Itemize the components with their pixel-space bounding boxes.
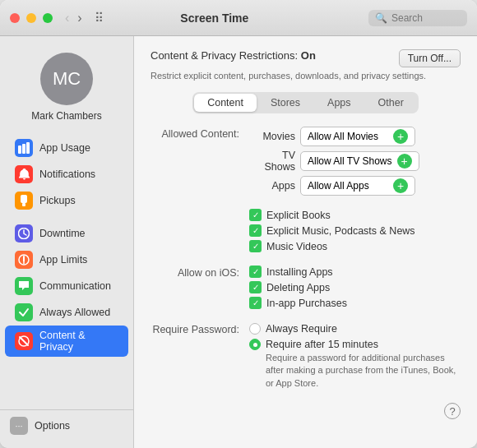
downtime-icon [15, 224, 33, 242]
window-controls [10, 13, 53, 23]
explicit-music-label: Explicit Music, Podcasts & News [266, 225, 415, 237]
music-videos-label: Music Videos [266, 241, 327, 252]
profile-name: Mark Chambers [31, 110, 101, 122]
sidebar-label-always-allowed: Always Allowed [39, 307, 110, 318]
close-button[interactable] [10, 13, 20, 23]
tvshows-label: TV Shows [249, 150, 295, 173]
sidebar-label-downtime: Downtime [39, 228, 86, 239]
svg-rect-4 [22, 203, 25, 206]
window-title: Screen Time [61, 12, 368, 25]
apps-row: Apps Allow All Apps + [249, 176, 461, 196]
sidebar-label-pickups: Pickups [39, 195, 76, 206]
allow-ios-section: Allow on iOS: ✓ Installing Apps ✓ Deleti… [151, 266, 461, 312]
tvshows-row: TV Shows Allow All TV Shows + [249, 150, 461, 173]
sidebar-item-content-privacy[interactable]: Content & Privacy [5, 326, 128, 357]
title-bar: ‹ › ⠿ Screen Time 🔍 [0, 0, 477, 36]
sidebar-label-communication: Communication [39, 280, 111, 292]
profile-area: MC Mark Chambers [0, 46, 133, 135]
require-15min-radio[interactable] [249, 339, 261, 350]
svg-rect-0 [18, 145, 21, 154]
tab-apps[interactable]: Apps [314, 94, 364, 112]
tvshows-value: Allow All TV Shows [308, 155, 392, 167]
movies-dropdown[interactable]: Allow All Movies + [300, 127, 415, 146]
deleting-apps-label: Deleting Apps [266, 282, 330, 293]
deleting-apps-checkbox[interactable]: ✓ [249, 281, 262, 293]
sidebar-item-downtime[interactable]: Downtime [5, 220, 128, 247]
main-content: MC Mark Chambers App Usage Notifications [0, 36, 477, 448]
sidebar-label-notifications: Notifications [39, 169, 95, 180]
in-app-purchases-checkbox[interactable]: ✓ [249, 297, 262, 309]
sidebar-item-notifications[interactable]: Notifications [5, 161, 128, 187]
tab-content[interactable]: Content [194, 94, 257, 112]
search-box[interactable]: 🔍 [368, 10, 467, 26]
sidebar-footer: ··· Options [0, 409, 133, 441]
explicit-music-checkbox[interactable]: ✓ [249, 224, 262, 237]
tab-other[interactable]: Other [365, 94, 417, 112]
sidebar-item-pickups[interactable]: Pickups [5, 187, 128, 214]
minimize-button[interactable] [26, 13, 36, 23]
music-videos-row: ✓ Music Videos [249, 240, 461, 252]
help-icon[interactable]: ? [444, 403, 461, 419]
always-require-row: Always Require [249, 322, 461, 335]
require-15min-label: Require after 15 minutes [266, 339, 378, 350]
apps-dropdown[interactable]: Allow All Apps + [300, 176, 415, 196]
turn-off-button[interactable]: Turn Off... [399, 49, 461, 67]
require-password-body: Always Require Require after 15 minutes … [249, 322, 461, 393]
allowed-content-section: Allowed Content: Movies Allow All Movies… [151, 127, 461, 199]
deleting-apps-row: ✓ Deleting Apps [249, 281, 461, 293]
allowed-content-body: Movies Allow All Movies + TV Shows Allow… [249, 127, 461, 199]
sidebar-label-app-limits: App Limits [39, 254, 87, 266]
apps-value: Allow All Apps [308, 180, 369, 192]
sidebar-item-communication[interactable]: Communication [5, 273, 128, 299]
apps-plus-icon: + [393, 178, 408, 193]
sidebar-item-app-limits[interactable]: App Limits [5, 247, 128, 273]
installing-apps-checkbox[interactable]: ✓ [249, 266, 262, 278]
movies-row: Movies Allow All Movies + [249, 127, 461, 146]
always-allowed-icon [15, 303, 33, 321]
restriction-status: On [301, 49, 316, 62]
music-videos-checkbox[interactable]: ✓ [249, 240, 262, 252]
apps-label: Apps [249, 180, 295, 192]
search-icon: 🔍 [375, 12, 387, 24]
require-password-section: Require Password: Always Require Require… [151, 322, 461, 393]
pickups-icon [15, 192, 33, 210]
tab-stores[interactable]: Stores [257, 94, 313, 112]
tabs: Content Stores Apps Other [192, 92, 419, 113]
options-item[interactable]: ··· Options [10, 417, 123, 435]
sidebar: MC Mark Chambers App Usage Notifications [0, 36, 134, 448]
options-icon: ··· [10, 417, 28, 435]
tvshows-dropdown[interactable]: Allow All TV Shows + [300, 151, 419, 171]
tabs-container: Content Stores Apps Other [151, 92, 461, 113]
app-limits-icon [15, 251, 33, 269]
movies-value: Allow All Movies [308, 131, 378, 142]
sidebar-label-app-usage: App Usage [39, 142, 90, 154]
sidebar-item-always-allowed[interactable]: Always Allowed [5, 299, 128, 326]
sidebar-item-app-usage[interactable]: App Usage [5, 135, 128, 161]
restriction-title: Content & Privacy Restrictions: On [151, 49, 316, 62]
svg-rect-2 [26, 142, 30, 154]
content-area: Content & Privacy Restrictions: On Turn … [134, 36, 477, 448]
require-password-label: Require Password: [151, 322, 249, 335]
app-usage-icon [15, 139, 33, 157]
always-require-content: Always Require [266, 322, 337, 335]
svg-point-8 [23, 262, 25, 264]
content-privacy-icon [15, 332, 33, 350]
allowed-content-label: Allowed Content: [151, 127, 249, 140]
maximize-button[interactable] [43, 13, 53, 23]
svg-rect-3 [21, 195, 27, 203]
options-label: Options [35, 420, 70, 432]
tvshows-plus-icon: + [397, 154, 412, 169]
main-window: ‹ › ⠿ Screen Time 🔍 MC Mark Chambers [0, 0, 477, 448]
explicit-books-checkbox[interactable]: ✓ [249, 209, 262, 221]
explicit-music-row: ✓ Explicit Music, Podcasts & News [249, 224, 461, 237]
help-area: ? [151, 403, 461, 419]
always-require-radio[interactable] [249, 323, 261, 335]
installing-apps-row: ✓ Installing Apps [249, 266, 461, 278]
search-input[interactable] [391, 12, 457, 24]
movies-label: Movies [249, 131, 295, 142]
always-require-label: Always Require [266, 323, 337, 335]
sidebar-divider-1 [0, 214, 133, 220]
require-15min-sublabel: Require a password for additional purcha… [266, 352, 461, 390]
explicit-books-label: Explicit Books [266, 210, 331, 221]
svg-line-10 [20, 337, 28, 345]
